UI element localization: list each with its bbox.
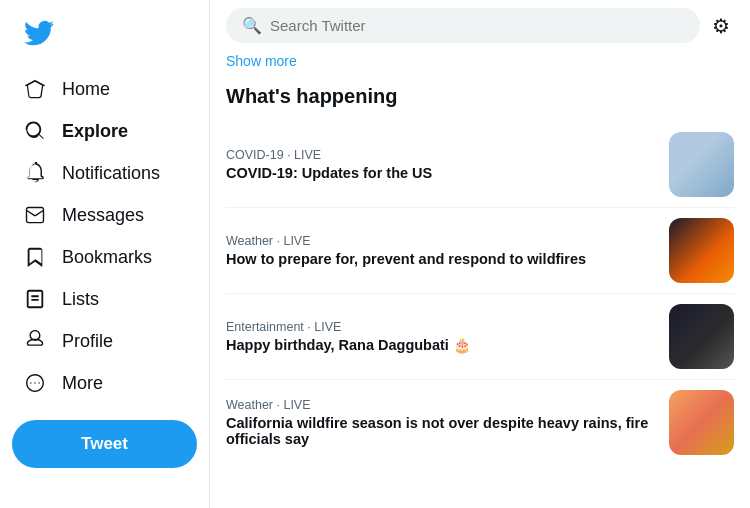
trend-title: COVID-19: Updates for the US (226, 165, 432, 181)
show-more-link[interactable]: Show more (226, 49, 734, 79)
sidebar-item-notifications[interactable]: Notifications (12, 152, 197, 194)
sidebar-item-home[interactable]: Home (12, 68, 197, 110)
tweet-button[interactable]: Tweet (12, 420, 197, 468)
sidebar-item-label-bookmarks: Bookmarks (62, 247, 152, 268)
sidebar-item-lists[interactable]: Lists (12, 278, 197, 320)
sidebar-item-label-profile: Profile (62, 331, 113, 352)
trend-text: COVID-19 · LIVECOVID-19: Updates for the… (226, 148, 432, 181)
trend-thumbnail (669, 390, 734, 455)
trends-list: COVID-19 · LIVECOVID-19: Updates for the… (226, 122, 734, 465)
search-icon: 🔍 (242, 16, 262, 35)
sidebar-item-more[interactable]: More (12, 362, 197, 404)
sidebar-item-label-home: Home (62, 79, 110, 100)
trend-item[interactable]: Weather · LIVEHow to prepare for, preven… (226, 208, 734, 294)
sidebar: HomeExploreNotificationsMessagesBookmark… (0, 0, 210, 508)
sidebar-item-label-messages: Messages (62, 205, 144, 226)
main-content: 🔍 ⚙ Show more What's happening COVID-19 … (210, 0, 750, 508)
sidebar-item-label-more: More (62, 373, 103, 394)
sidebar-item-label-notifications: Notifications (62, 163, 160, 184)
trend-meta: Weather · LIVE (226, 234, 586, 248)
search-bar-wrapper: 🔍 ⚙ (226, 0, 734, 49)
settings-icon[interactable]: ⚙ (708, 10, 734, 42)
trend-thumbnail (669, 132, 734, 197)
trend-text: Weather · LIVEHow to prepare for, preven… (226, 234, 586, 267)
trend-thumbnail (669, 304, 734, 369)
trend-text: Weather · LIVECalifornia wildfire season… (226, 398, 657, 447)
sidebar-item-label-lists: Lists (62, 289, 99, 310)
profile-icon (24, 330, 46, 352)
lists-icon (24, 288, 46, 310)
sidebar-item-profile[interactable]: Profile (12, 320, 197, 362)
trend-meta: COVID-19 · LIVE (226, 148, 432, 162)
sidebar-item-explore[interactable]: Explore (12, 110, 197, 152)
search-input[interactable] (270, 17, 684, 34)
section-title: What's happening (226, 79, 734, 118)
notifications-icon (24, 162, 46, 184)
explore-icon (24, 120, 46, 142)
trend-item[interactable]: Entertainment · LIVEHappy birthday, Rana… (226, 294, 734, 380)
messages-icon (24, 204, 46, 226)
more-icon (24, 372, 46, 394)
sidebar-item-label-explore: Explore (62, 121, 128, 142)
twitter-logo[interactable] (12, 8, 197, 66)
sidebar-item-messages[interactable]: Messages (12, 194, 197, 236)
trend-text: Entertainment · LIVEHappy birthday, Rana… (226, 320, 471, 354)
whats-happening-section: What's happening COVID-19 · LIVECOVID-19… (226, 79, 734, 465)
trend-meta: Weather · LIVE (226, 398, 657, 412)
trend-title: Happy birthday, Rana Daggubati 🎂 (226, 337, 471, 354)
trend-item[interactable]: COVID-19 · LIVECOVID-19: Updates for the… (226, 122, 734, 208)
trend-thumbnail (669, 218, 734, 283)
trend-title: How to prepare for, prevent and respond … (226, 251, 586, 267)
sidebar-item-bookmarks[interactable]: Bookmarks (12, 236, 197, 278)
trend-item[interactable]: Weather · LIVECalifornia wildfire season… (226, 380, 734, 465)
bookmarks-icon (24, 246, 46, 268)
home-icon (24, 78, 46, 100)
trend-meta: Entertainment · LIVE (226, 320, 471, 334)
trend-title: California wildfire season is not over d… (226, 415, 657, 447)
search-bar[interactable]: 🔍 (226, 8, 700, 43)
